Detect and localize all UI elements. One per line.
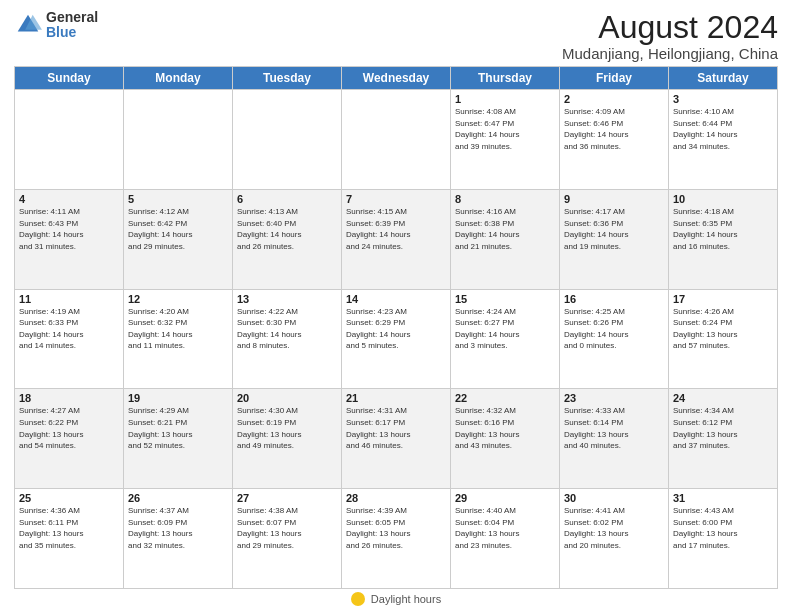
day-info: Sunrise: 4:18 AM Sunset: 6:35 PM Dayligh… xyxy=(673,206,773,252)
calendar-cell xyxy=(124,90,233,190)
column-header-wednesday: Wednesday xyxy=(342,67,451,90)
day-number: 15 xyxy=(455,293,555,305)
day-number: 26 xyxy=(128,492,228,504)
day-number: 4 xyxy=(19,193,119,205)
day-info: Sunrise: 4:43 AM Sunset: 6:00 PM Dayligh… xyxy=(673,505,773,551)
day-info: Sunrise: 4:25 AM Sunset: 6:26 PM Dayligh… xyxy=(564,306,664,352)
main-title: August 2024 xyxy=(562,10,778,45)
day-info: Sunrise: 4:13 AM Sunset: 6:40 PM Dayligh… xyxy=(237,206,337,252)
footer-label: Daylight hours xyxy=(371,593,441,605)
calendar-cell: 30Sunrise: 4:41 AM Sunset: 6:02 PM Dayli… xyxy=(560,489,669,589)
day-number: 25 xyxy=(19,492,119,504)
calendar-cell: 20Sunrise: 4:30 AM Sunset: 6:19 PM Dayli… xyxy=(233,389,342,489)
calendar-cell: 4Sunrise: 4:11 AM Sunset: 6:43 PM Daylig… xyxy=(15,189,124,289)
day-info: Sunrise: 4:36 AM Sunset: 6:11 PM Dayligh… xyxy=(19,505,119,551)
day-number: 11 xyxy=(19,293,119,305)
calendar-cell: 8Sunrise: 4:16 AM Sunset: 6:38 PM Daylig… xyxy=(451,189,560,289)
calendar-cell: 22Sunrise: 4:32 AM Sunset: 6:16 PM Dayli… xyxy=(451,389,560,489)
day-info: Sunrise: 4:32 AM Sunset: 6:16 PM Dayligh… xyxy=(455,405,555,451)
day-number: 27 xyxy=(237,492,337,504)
day-number: 18 xyxy=(19,392,119,404)
calendar-cell: 19Sunrise: 4:29 AM Sunset: 6:21 PM Dayli… xyxy=(124,389,233,489)
calendar-cell xyxy=(15,90,124,190)
day-number: 8 xyxy=(455,193,555,205)
calendar-cell: 26Sunrise: 4:37 AM Sunset: 6:09 PM Dayli… xyxy=(124,489,233,589)
day-info: Sunrise: 4:09 AM Sunset: 6:46 PM Dayligh… xyxy=(564,106,664,152)
calendar-cell: 29Sunrise: 4:40 AM Sunset: 6:04 PM Dayli… xyxy=(451,489,560,589)
day-number: 6 xyxy=(237,193,337,205)
day-info: Sunrise: 4:17 AM Sunset: 6:36 PM Dayligh… xyxy=(564,206,664,252)
day-number: 1 xyxy=(455,93,555,105)
day-number: 30 xyxy=(564,492,664,504)
calendar-cell: 1Sunrise: 4:08 AM Sunset: 6:47 PM Daylig… xyxy=(451,90,560,190)
day-info: Sunrise: 4:39 AM Sunset: 6:05 PM Dayligh… xyxy=(346,505,446,551)
day-number: 12 xyxy=(128,293,228,305)
calendar-cell xyxy=(342,90,451,190)
day-info: Sunrise: 4:08 AM Sunset: 6:47 PM Dayligh… xyxy=(455,106,555,152)
calendar-cell: 12Sunrise: 4:20 AM Sunset: 6:32 PM Dayli… xyxy=(124,289,233,389)
calendar-cell xyxy=(233,90,342,190)
calendar-cell: 24Sunrise: 4:34 AM Sunset: 6:12 PM Dayli… xyxy=(669,389,778,489)
page: General Blue August 2024 Mudanjiang, Hei… xyxy=(0,0,792,612)
day-number: 9 xyxy=(564,193,664,205)
calendar-cell: 6Sunrise: 4:13 AM Sunset: 6:40 PM Daylig… xyxy=(233,189,342,289)
day-info: Sunrise: 4:34 AM Sunset: 6:12 PM Dayligh… xyxy=(673,405,773,451)
week-row-3: 11Sunrise: 4:19 AM Sunset: 6:33 PM Dayli… xyxy=(15,289,778,389)
day-info: Sunrise: 4:30 AM Sunset: 6:19 PM Dayligh… xyxy=(237,405,337,451)
day-info: Sunrise: 4:12 AM Sunset: 6:42 PM Dayligh… xyxy=(128,206,228,252)
logo-general: General xyxy=(46,10,98,25)
calendar-cell: 31Sunrise: 4:43 AM Sunset: 6:00 PM Dayli… xyxy=(669,489,778,589)
column-header-friday: Friday xyxy=(560,67,669,90)
column-header-tuesday: Tuesday xyxy=(233,67,342,90)
day-info: Sunrise: 4:41 AM Sunset: 6:02 PM Dayligh… xyxy=(564,505,664,551)
calendar-cell: 11Sunrise: 4:19 AM Sunset: 6:33 PM Dayli… xyxy=(15,289,124,389)
day-number: 20 xyxy=(237,392,337,404)
column-header-sunday: Sunday xyxy=(15,67,124,90)
header: General Blue August 2024 Mudanjiang, Hei… xyxy=(14,10,778,62)
calendar-table: SundayMondayTuesdayWednesdayThursdayFrid… xyxy=(14,66,778,589)
column-header-saturday: Saturday xyxy=(669,67,778,90)
day-number: 5 xyxy=(128,193,228,205)
column-header-monday: Monday xyxy=(124,67,233,90)
calendar-cell: 28Sunrise: 4:39 AM Sunset: 6:05 PM Dayli… xyxy=(342,489,451,589)
title-block: August 2024 Mudanjiang, Heilongjiang, Ch… xyxy=(562,10,778,62)
day-number: 3 xyxy=(673,93,773,105)
day-info: Sunrise: 4:20 AM Sunset: 6:32 PM Dayligh… xyxy=(128,306,228,352)
subtitle: Mudanjiang, Heilongjiang, China xyxy=(562,45,778,62)
day-info: Sunrise: 4:24 AM Sunset: 6:27 PM Dayligh… xyxy=(455,306,555,352)
day-info: Sunrise: 4:22 AM Sunset: 6:30 PM Dayligh… xyxy=(237,306,337,352)
day-info: Sunrise: 4:37 AM Sunset: 6:09 PM Dayligh… xyxy=(128,505,228,551)
logo-blue: Blue xyxy=(46,25,98,40)
day-info: Sunrise: 4:29 AM Sunset: 6:21 PM Dayligh… xyxy=(128,405,228,451)
calendar-cell: 15Sunrise: 4:24 AM Sunset: 6:27 PM Dayli… xyxy=(451,289,560,389)
day-number: 24 xyxy=(673,392,773,404)
day-number: 22 xyxy=(455,392,555,404)
footer: Daylight hours xyxy=(14,592,778,606)
day-info: Sunrise: 4:31 AM Sunset: 6:17 PM Dayligh… xyxy=(346,405,446,451)
logo-icon xyxy=(14,11,42,39)
day-number: 17 xyxy=(673,293,773,305)
day-info: Sunrise: 4:10 AM Sunset: 6:44 PM Dayligh… xyxy=(673,106,773,152)
sun-icon xyxy=(351,592,365,606)
day-info: Sunrise: 4:19 AM Sunset: 6:33 PM Dayligh… xyxy=(19,306,119,352)
day-info: Sunrise: 4:23 AM Sunset: 6:29 PM Dayligh… xyxy=(346,306,446,352)
logo-text: General Blue xyxy=(46,10,98,41)
day-info: Sunrise: 4:38 AM Sunset: 6:07 PM Dayligh… xyxy=(237,505,337,551)
week-row-5: 25Sunrise: 4:36 AM Sunset: 6:11 PM Dayli… xyxy=(15,489,778,589)
day-info: Sunrise: 4:26 AM Sunset: 6:24 PM Dayligh… xyxy=(673,306,773,352)
day-info: Sunrise: 4:16 AM Sunset: 6:38 PM Dayligh… xyxy=(455,206,555,252)
day-number: 10 xyxy=(673,193,773,205)
column-header-thursday: Thursday xyxy=(451,67,560,90)
calendar-cell: 17Sunrise: 4:26 AM Sunset: 6:24 PM Dayli… xyxy=(669,289,778,389)
calendar-cell: 25Sunrise: 4:36 AM Sunset: 6:11 PM Dayli… xyxy=(15,489,124,589)
day-number: 16 xyxy=(564,293,664,305)
calendar-cell: 21Sunrise: 4:31 AM Sunset: 6:17 PM Dayli… xyxy=(342,389,451,489)
calendar-cell: 23Sunrise: 4:33 AM Sunset: 6:14 PM Dayli… xyxy=(560,389,669,489)
calendar-cell: 18Sunrise: 4:27 AM Sunset: 6:22 PM Dayli… xyxy=(15,389,124,489)
week-row-1: 1Sunrise: 4:08 AM Sunset: 6:47 PM Daylig… xyxy=(15,90,778,190)
day-info: Sunrise: 4:15 AM Sunset: 6:39 PM Dayligh… xyxy=(346,206,446,252)
header-row: SundayMondayTuesdayWednesdayThursdayFrid… xyxy=(15,67,778,90)
day-number: 14 xyxy=(346,293,446,305)
calendar-cell: 5Sunrise: 4:12 AM Sunset: 6:42 PM Daylig… xyxy=(124,189,233,289)
day-number: 13 xyxy=(237,293,337,305)
